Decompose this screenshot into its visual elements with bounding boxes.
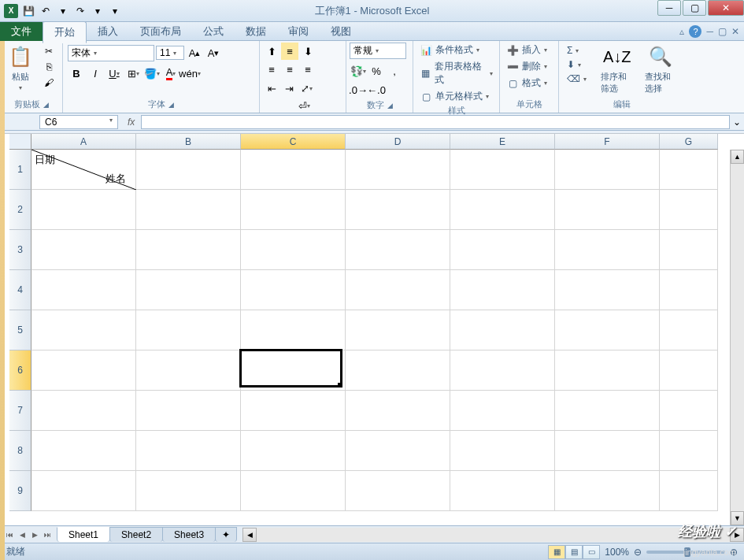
cell-F5[interactable]	[555, 310, 660, 350]
font-name-select[interactable]: 宋体▾	[68, 45, 154, 61]
cell-E3[interactable]	[450, 230, 555, 270]
tab-formula[interactable]: 公式	[192, 21, 235, 42]
formula-input[interactable]	[141, 115, 730, 129]
cell-C9[interactable]	[241, 471, 346, 511]
normal-view-button[interactable]: ▦	[548, 545, 565, 559]
cell-F3[interactable]	[555, 230, 660, 270]
cell-A5[interactable]	[31, 310, 136, 350]
row-header-1[interactable]: 1	[9, 150, 31, 190]
cell-D1[interactable]	[346, 150, 450, 190]
tab-last-icon[interactable]: ⏭	[41, 528, 54, 542]
sheet-tab-sheet2[interactable]: Sheet2	[109, 527, 163, 542]
cell-B2[interactable]	[136, 190, 241, 230]
cell-C2[interactable]	[241, 190, 346, 230]
italic-button[interactable]: I	[87, 65, 104, 82]
cell-F1[interactable]	[555, 150, 660, 190]
increase-decimal-icon[interactable]: .0→	[350, 81, 367, 98]
increase-indent-icon[interactable]: ⇥	[280, 80, 298, 97]
phonetic-button[interactable]: wén▾	[181, 65, 198, 82]
font-color-button[interactable]: A▾	[162, 65, 180, 82]
cell-E2[interactable]	[450, 190, 555, 230]
tab-prev-icon[interactable]: ◀	[16, 528, 28, 542]
cell-G5[interactable]	[660, 310, 718, 350]
increase-font-icon[interactable]: A▴	[186, 44, 203, 61]
help-button[interactable]: ?	[689, 25, 701, 38]
cell-B9[interactable]	[136, 471, 241, 511]
cell-A9[interactable]	[31, 471, 136, 511]
number-launcher[interactable]: ◢	[387, 102, 393, 109]
cell-F8[interactable]	[555, 431, 660, 471]
cell-G1[interactable]	[660, 150, 718, 190]
clear-button[interactable]: ⌫▾	[564, 72, 590, 85]
cell-D9[interactable]	[346, 471, 450, 511]
cell-G3[interactable]	[660, 230, 718, 270]
tab-review[interactable]: 审阅	[277, 21, 320, 42]
cell-F6[interactable]	[555, 350, 660, 391]
tab-next-icon[interactable]: ▶	[28, 528, 41, 542]
align-center-icon[interactable]: ≡	[281, 61, 298, 78]
row-header-3[interactable]: 3	[9, 230, 31, 270]
cell-B4[interactable]	[136, 270, 241, 310]
qat-customize[interactable]: ▾	[107, 3, 123, 19]
cell-B5[interactable]	[136, 310, 241, 350]
cell-C6[interactable]	[241, 350, 346, 391]
cell-E8[interactable]	[450, 431, 555, 471]
align-right-icon[interactable]: ≡	[299, 61, 316, 78]
decrease-decimal-icon[interactable]: ←.0	[368, 81, 385, 98]
orientation-icon[interactable]: ⤢▾	[298, 80, 315, 97]
cell-G4[interactable]	[660, 270, 718, 310]
table-format-button[interactable]: ▦套用表格格式▾	[416, 59, 496, 87]
page-layout-button[interactable]: ▤	[565, 545, 583, 559]
paste-button[interactable]: 📋 粘贴 ▾	[3, 43, 38, 93]
qat-more[interactable]: ▾	[90, 3, 105, 19]
format-painter-icon[interactable]: 🖌	[41, 76, 57, 90]
cell-D3[interactable]	[346, 230, 450, 270]
cell-B8[interactable]	[136, 431, 241, 471]
col-header-A[interactable]: A	[31, 134, 136, 150]
cell-F4[interactable]	[555, 270, 660, 310]
minimize-button[interactable]: ─	[657, 0, 681, 16]
underline-button[interactable]: U▾	[105, 65, 123, 82]
font-launcher[interactable]: ◢	[168, 101, 174, 109]
copy-icon[interactable]: ⎘	[41, 60, 57, 74]
cell-C7[interactable]	[241, 391, 346, 431]
cell-D5[interactable]	[346, 310, 450, 350]
find-select-button[interactable]: 🔍 查找和选择	[640, 43, 683, 96]
name-box[interactable]: C6▾	[39, 115, 118, 129]
col-header-C[interactable]: C	[241, 134, 346, 150]
select-all-corner[interactable]	[9, 134, 31, 150]
cell-G8[interactable]	[660, 431, 718, 471]
cell-A1[interactable]: 日期姓名	[31, 150, 136, 190]
horizontal-scrollbar[interactable]: ◀ ▶	[242, 528, 744, 542]
cell-A4[interactable]	[31, 270, 136, 310]
save-icon[interactable]: 💾	[20, 3, 36, 19]
cell-G6[interactable]	[660, 350, 718, 391]
row-header-5[interactable]: 5	[9, 310, 31, 350]
cell-B6[interactable]	[136, 350, 241, 391]
row-header-7[interactable]: 7	[9, 391, 31, 431]
clipboard-launcher[interactable]: ◢	[43, 101, 49, 109]
close-button[interactable]: ✕	[708, 0, 744, 16]
align-left-icon[interactable]: ≡	[263, 61, 280, 78]
cell-E4[interactable]	[450, 270, 555, 310]
cell-F9[interactable]	[555, 471, 660, 511]
cell-B3[interactable]	[136, 230, 241, 270]
align-top-icon[interactable]: ⬆	[263, 43, 280, 60]
font-size-select[interactable]: 11▾	[156, 46, 184, 60]
wrap-text-button[interactable]: ⏎▾	[266, 97, 342, 114]
cell-E7[interactable]	[450, 391, 555, 431]
page-break-button[interactable]: ▭	[583, 545, 600, 559]
cell-A7[interactable]	[31, 391, 136, 431]
tab-insert[interactable]: 插入	[87, 21, 129, 42]
decrease-indent-icon[interactable]: ⇤	[263, 80, 280, 97]
cell-style-button[interactable]: ▢单元格样式▾	[416, 89, 496, 104]
cut-icon[interactable]: ✂	[41, 44, 57, 58]
fx-button[interactable]: fx	[121, 117, 141, 128]
row-header-6[interactable]: 6	[9, 350, 31, 391]
cell-E1[interactable]	[450, 150, 555, 190]
col-header-F[interactable]: F	[555, 134, 660, 150]
insert-cells-button[interactable]: ➕插入▾	[503, 43, 555, 57]
cell-E9[interactable]	[450, 471, 555, 511]
scroll-left-icon[interactable]: ◀	[242, 528, 257, 542]
sheet-tab-sheet3[interactable]: Sheet3	[162, 527, 216, 542]
